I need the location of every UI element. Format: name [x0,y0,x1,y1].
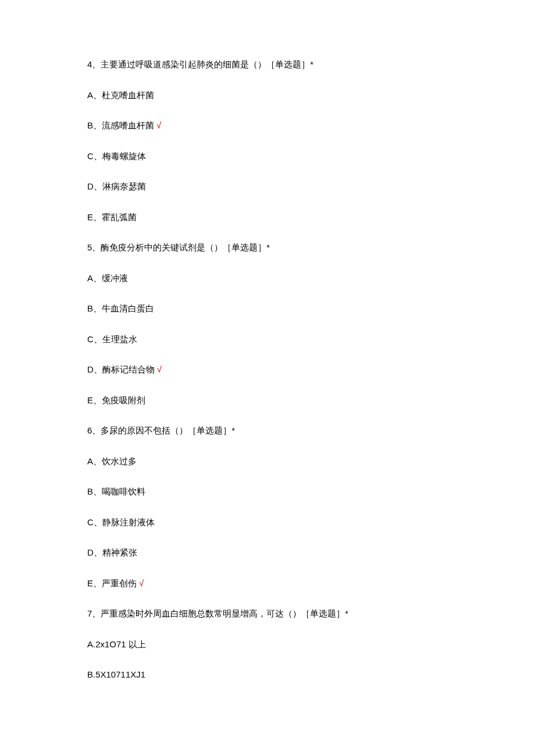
document-content: 4、主要通过呼吸道感染引起肺炎的细菌是（）［单选题］* A、杜克嗜血杆菌 B、流… [87,58,448,682]
option: B、流感嗜血杆菌√ [87,119,448,132]
option-text: E、严重创伤 [87,578,137,588]
option: A.2x1O71 以上 [87,638,448,651]
option: A、杜克嗜血杆菌 [87,89,448,102]
option: B、牛血清白蛋白 [87,302,448,316]
option: D、精神紧张 [87,546,448,560]
checkmark-icon: √ [156,120,161,130]
option-text: C、静脉注射液体 [87,517,155,527]
option-text: C、生理盐水 [87,334,137,344]
option: B、喝咖啡饮料 [87,485,448,499]
option: E、免疫吸附剂 [87,394,448,407]
question-stem: 6、多尿的原因不包括（）［单选题］* [87,424,448,438]
option: C、静脉注射液体 [87,516,448,529]
option: C、梅毒螺旋体 [87,150,448,163]
option-text: B、喝咖啡饮料 [87,486,145,496]
option-text: E、免疫吸附剂 [87,395,145,405]
option-text: B.5X10711XJ1 [87,669,145,679]
option: E、霍乱弧菌 [87,211,448,224]
option: A、饮水过多 [87,455,448,468]
option-text: D、淋病奈瑟菌 [87,181,146,191]
question-stem: 7、严重感染时外周血白细胞总数常明显增高，可达（）［单选题］* [87,607,448,621]
option-text: E、霍乱弧菌 [87,212,137,222]
checkmark-icon: √ [157,364,162,374]
question-stem: 4、主要通过呼吸道感染引起肺炎的细菌是（）［单选题］* [87,58,448,71]
option: D、淋病奈瑟菌 [87,180,448,194]
question-stem: 5、酶免疫分析中的关键试剂是（）［单选题］* [87,241,448,255]
option: D、酶标记结合物√ [87,363,448,377]
option-text: C、梅毒螺旋体 [87,151,146,161]
option-text: D、酶标记结合物 [87,364,155,374]
option: A、缓冲液 [87,272,448,285]
option-text: A、杜克嗜血杆菌 [87,90,154,100]
option-text: B、流感嗜血杆菌 [87,120,154,130]
option-text: A.2x1O71 以上 [87,639,146,649]
option-text: B、牛血清白蛋白 [87,303,154,313]
option: E、严重创伤√ [87,577,448,590]
option: C、生理盐水 [87,333,448,346]
checkmark-icon: √ [139,578,144,588]
option-text: A、缓冲液 [87,273,128,283]
option-text: D、精神紧张 [87,547,137,557]
option-text: A、饮水过多 [87,456,137,466]
option: B.5X10711XJ1 [87,668,448,682]
